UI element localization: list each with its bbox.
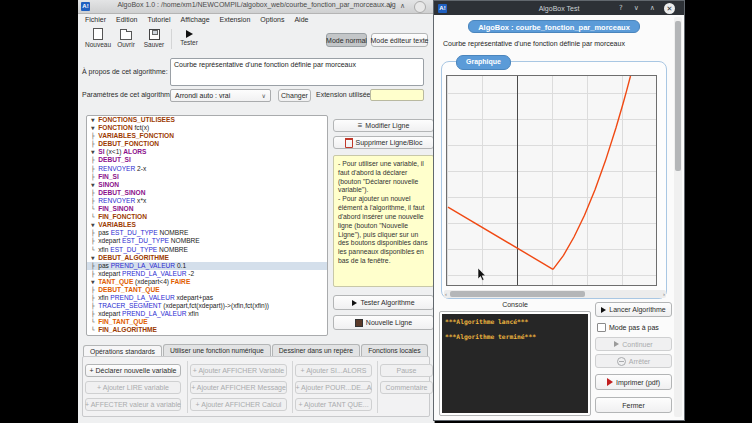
delete-line-button[interactable]: Supprimer Ligne/Bloc [333, 136, 434, 149]
tree-line[interactable]: ├ pas EST_DU_TYPE NOMBRE [87, 229, 327, 237]
new-button[interactable]: Nouveau [85, 28, 111, 48]
graph-horizontal-scrollbar[interactable]: ‹ › [444, 290, 666, 298]
action-button[interactable]: + Ajouter POUR...DE...A [295, 381, 372, 394]
algorithm-name-badge: AlgoBox : courbe_fonction_par_morceaux [468, 20, 640, 33]
titlebar[interactable]: A! AlgoBox Test ? ∨ ∧ ✕ [434, 1, 684, 15]
scroll-left-icon[interactable]: ‹ [445, 290, 447, 298]
step-mode-checkbox[interactable] [597, 323, 606, 332]
action-button[interactable]: + Ajouter AFFICHER Message [190, 381, 287, 394]
mode-normal-button[interactable]: Mode normal [326, 33, 367, 47]
mode-editor-button[interactable]: Mode éditeur texte [371, 33, 428, 47]
new-line-button[interactable]: Nouvelle Ligne [333, 315, 434, 330]
maximize-icon[interactable]: ∧ [400, 2, 405, 10]
algobox-main-window: A! AlgoBox 1.0 : /home/xm1/NEWCOMPIL/alg… [78, 0, 435, 423]
modify-line-button[interactable]: ≡ Modifier Ligne [333, 119, 434, 132]
play-icon [186, 30, 193, 38]
play-icon [614, 341, 619, 347]
tree-line[interactable]: ├ DEBUT_FONCTION [87, 140, 327, 148]
algobox-app-icon: A! [438, 4, 447, 13]
extension-input[interactable] [370, 89, 424, 101]
tree-line[interactable]: ├ xdepart EST_DU_TYPE NOMBRE [87, 237, 327, 245]
tree-line[interactable]: ▼ SINON [87, 181, 327, 189]
menu-item-edition[interactable]: Edition [111, 16, 142, 23]
open-button[interactable]: Ouvrir [113, 28, 139, 48]
action-button[interactable]: + AFFECTER valeur à variable [85, 398, 181, 411]
toolbar-separator [171, 29, 172, 49]
menu-item-options[interactable]: Options [255, 16, 289, 23]
test-button[interactable]: Tester [176, 28, 202, 46]
new-line-icon [355, 319, 363, 327]
action-button[interactable]: + Ajouter LIRE variable [85, 381, 181, 394]
action-button[interactable]: + Ajouter AFFICHER Calcul [190, 398, 287, 411]
print-pdf-button[interactable]: Imprimer (pdf) [595, 374, 672, 390]
graph-plot-area[interactable] [446, 75, 657, 286]
shade-icon[interactable]: ∨ [634, 4, 639, 12]
close-button[interactable]: Fermer [595, 397, 672, 413]
tree-line[interactable]: └ xfin EST_DU_TYPE NOMBRE [87, 246, 327, 254]
list-icon: ≡ [358, 121, 363, 130]
console-line: ***Algorithme terminé*** [445, 333, 585, 340]
tree-line[interactable]: ├ VARIABLES_FONCTION [87, 132, 327, 140]
menu-item-fichier[interactable]: Fichier [80, 16, 111, 23]
change-button[interactable]: Changer [278, 89, 311, 102]
close-icon[interactable] [414, 1, 426, 13]
action-button[interactable]: Commentaire [380, 381, 433, 394]
console-panel: ***Algorithme lancé******Algorithme term… [439, 311, 591, 416]
scrollbar-thumb[interactable] [675, 21, 681, 171]
tree-line[interactable]: └ FIN_TANT_QUE [87, 318, 327, 326]
tree-line[interactable]: ├ DEBUT_SI [87, 156, 327, 164]
tree-line[interactable]: ▼ TANT_QUE (xdepart<4) FAIRE [87, 278, 327, 286]
titlebar[interactable]: A! AlgoBox 1.0 : /home/xm1/NEWCOMPIL/alg… [78, 0, 435, 14]
new-file-icon [93, 28, 103, 40]
algorithm-tree[interactable]: ▼ FONCTIONS_UTILISEES ▼ FONCTION fct(x) … [86, 115, 328, 336]
tree-line[interactable]: └ FIN_FONCTION [87, 213, 327, 221]
stop-button[interactable]: Arrêter [595, 354, 672, 368]
params-select[interactable]: Arrondi auto : vrai ∨ [170, 89, 271, 102]
run-algorithm-button[interactable]: Lancer Algorithme [595, 302, 672, 317]
menu-item-extension[interactable]: Extension [215, 16, 256, 23]
tree-line[interactable]: ├ xdepart PREND_LA_VALEUR xfin [87, 310, 327, 318]
scrollbar-thumb[interactable] [450, 291, 585, 297]
tree-line[interactable]: ├ DEBUT_SINON [87, 189, 327, 197]
maximize-icon[interactable]: ∧ [650, 4, 655, 12]
tree-line[interactable]: ├ RENVOYER 2-x [87, 165, 327, 173]
action-button[interactable]: + Déclarer nouvelle variable [85, 364, 181, 377]
action-button[interactable]: Pause [380, 364, 433, 377]
test-algorithm-button[interactable]: Tester Algorithme [333, 295, 434, 310]
menu-item-tutoriel[interactable]: Tutoriel [142, 16, 175, 23]
action-button[interactable]: + Ajouter SI...ALORS [295, 364, 372, 377]
graph-frame: Graphique ‹ › [441, 61, 667, 299]
action-button[interactable]: + Ajouter AFFICHER Variable [190, 364, 287, 377]
help-icon[interactable]: ? [619, 4, 623, 12]
tree-line[interactable]: └ FIN_ALGORITHME [87, 326, 327, 334]
tree-line[interactable]: ├ xdepart PREND_LA_VALEUR -2 [87, 270, 327, 278]
tree-line[interactable]: ├ DEBUT_TANT_QUE [87, 286, 327, 294]
tree-line[interactable]: ├ TRACER_SEGMENT (xdepart,fct(xdepart))-… [87, 302, 327, 310]
scroll-right-icon[interactable]: › [663, 290, 665, 298]
about-textarea[interactable]: Courbe représentative d'une fonction déf… [170, 58, 424, 86]
shade-icon[interactable]: ∨ [388, 2, 393, 10]
algobox-test-window: A! AlgoBox Test ? ∨ ∧ ✕ AlgoBox : courbe… [433, 0, 685, 421]
tree-line[interactable]: ▼ FONCTIONS_UTILISEES [87, 116, 327, 124]
tree-line[interactable]: ├ RENVOYER x*x [87, 197, 327, 205]
continue-button[interactable]: Continuer [595, 337, 672, 351]
tree-line[interactable]: ▼ DEBUT_ALGORITHME [87, 254, 327, 262]
tab-fonctions-locales[interactable]: Fonctions locales [361, 344, 428, 356]
tree-line[interactable]: ▼ VARIABLES [87, 221, 327, 229]
menu-item-aide[interactable]: Aide [289, 16, 313, 23]
tab-utiliser-une-fonction-num-rique[interactable]: Utiliser une fonction numérique [163, 344, 271, 356]
tree-line[interactable]: ├ FIN_SI [87, 173, 327, 181]
close-icon[interactable]: ✕ [664, 3, 675, 14]
window-vertical-scrollbar[interactable] [674, 17, 682, 417]
tree-line[interactable]: ├ xfin PREND_LA_VALEUR xdepart+pas [87, 294, 327, 302]
step-mode-row[interactable]: Mode pas à pas [597, 323, 659, 332]
window-title: AlgoBox 1.0 : /home/xm1/NEWCOMPIL/algobo… [78, 1, 435, 8]
tab-dessiner-dans-un-rep-re[interactable]: Dessiner dans un repère [272, 344, 360, 356]
action-button[interactable]: + Ajouter TANT QUE... [295, 398, 372, 411]
tree-line[interactable]: ├ pas PREND_LA_VALEUR 0.1 [87, 262, 327, 270]
tree-line[interactable]: └ FIN_SINON [87, 205, 327, 213]
save-button[interactable]: Sauver [141, 28, 167, 48]
tree-line[interactable]: ▼ FONCTION fct(x) [87, 124, 327, 132]
menu-item-affichage[interactable]: Affichage [176, 16, 215, 23]
tree-line[interactable]: ▼ SI (x<1) ALORS [87, 148, 327, 156]
